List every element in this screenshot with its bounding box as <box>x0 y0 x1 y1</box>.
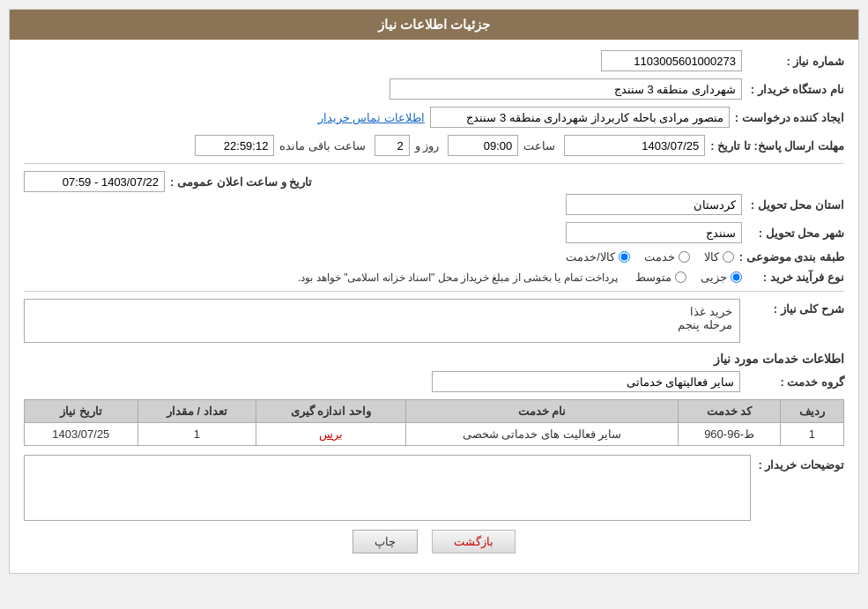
nooe-farayand-row: نوع فرآیند خرید : جزیی متوسط پرداخت تمام… <box>24 271 844 284</box>
shahr-label: شهر محل تحویل : <box>747 227 844 240</box>
sharh-koli-label: شرح کلی نیاز : <box>747 302 844 316</box>
shomara-niaz-input[interactable] <box>601 50 742 71</box>
col-radif: ردیف <box>780 400 843 423</box>
radio-jozvi-text: جزیی <box>701 271 727 284</box>
ettelaat-khadamat-title: اطلاعات خدمات مورد نیاز <box>24 352 844 366</box>
ijad-konande-label: ایجاد کننده درخواست : <box>735 111 844 124</box>
dastgah-label: نام دستگاه خریدار : <box>747 83 844 96</box>
col-naam: نام خدمت <box>405 400 678 423</box>
tabaqe-radio-group: کالا خدمت کالا/خدمت <box>566 250 734 264</box>
radio-kala-label[interactable]: کالا <box>704 250 734 264</box>
baqi-mande-label: ساعت باقی مانده <box>279 139 365 152</box>
tozihat-section: توضیحات خریدار : <box>24 455 844 521</box>
tarikh-saaat-label: تاریخ و ساعت اعلان عمومی : <box>170 175 312 189</box>
ostan-label: استان محل تحویل : <box>747 198 844 212</box>
mohlat-ersal-label: مهلت ارسال پاسخ: تا تاریخ : <box>710 139 844 152</box>
mohlat-date-input[interactable] <box>564 135 705 156</box>
radio-khedmat-label[interactable]: خدمت <box>644 250 690 264</box>
shomara-niaz-label: شماره نیاز : <box>747 55 844 68</box>
cell-tarikh: 1403/07/25 <box>25 423 138 446</box>
buttons-row: بازگشت چاپ <box>24 530 844 562</box>
tarikh-saaat-row: تاریخ و ساعت اعلان عمومی : document.curr… <box>24 171 844 192</box>
radio-kala-khedmat-text: کالا/خدمت <box>566 250 615 264</box>
saat-label: ساعت <box>523 139 555 152</box>
cell-kod: ط-96-960 <box>679 423 781 446</box>
radio-kala-khedmat[interactable] <box>619 251 630 263</box>
col-tarikh: تاریخ نیاز <box>25 400 138 423</box>
sharh-line1: خرید غذا <box>32 305 732 318</box>
col-tedad: تعداد / مقدار <box>137 400 256 423</box>
farayand-radio-group: جزیی متوسط پرداخت تمام یا بخشی از مبلغ خ… <box>298 271 742 284</box>
tabaqe-row: طبقه بندی موضوعی : کالا خدمت کالا/خدمت <box>24 250 844 264</box>
radio-khedmat-text: خدمت <box>644 250 675 264</box>
radio-kala[interactable] <box>723 251 734 263</box>
page-container: جزئیات اطلاعات نیاز شماره نیاز : documen… <box>0 0 868 609</box>
tozihat-box <box>24 455 751 521</box>
shahr-row: شهر محل تحویل : document.currentScript.p… <box>24 222 844 243</box>
roz-label: روز و <box>415 139 440 152</box>
col-vahed: واحد اندازه گیری <box>256 400 406 423</box>
cell-naam: سایر فعالیت های خدماتی شخصی <box>405 423 678 446</box>
mohlat-ersal-row: مهلت ارسال پاسخ: تا تاریخ : document.cur… <box>24 135 844 156</box>
shomara-niaz-row: شماره نیاز : document.currentScript.prev… <box>24 50 844 71</box>
separator-2 <box>24 291 844 292</box>
nooe-farayand-label: نوع فرآیند خرید : <box>747 271 844 284</box>
ettelaat-tamas-link[interactable]: اطلاعات تماس خریدار <box>318 111 425 124</box>
dastgah-input[interactable] <box>389 78 742 100</box>
main-card: جزئیات اطلاعات نیاز شماره نیاز : documen… <box>9 9 859 574</box>
baqi-mande-input[interactable] <box>195 135 274 156</box>
procurement-note: پرداخت تمام یا بخشی از مبلغ خریداز محل "… <box>298 271 618 284</box>
radio-khedmat[interactable] <box>679 251 690 263</box>
tabaqe-label: طبقه بندی موضوعی : <box>739 250 844 264</box>
table-header-row: ردیف کد خدمت نام خدمت واحد اندازه گیری ت… <box>25 400 844 423</box>
sharh-section-wrapper: شرح کلی نیاز : خرید غذا مرحله پنجم <box>24 299 844 343</box>
grooh-khadamat-label: گروه خدمت : <box>747 375 844 389</box>
grooh-khadamat-input[interactable] <box>432 371 740 392</box>
radio-motavaset[interactable] <box>675 271 686 283</box>
content-area: شماره نیاز : document.currentScript.prev… <box>10 40 858 573</box>
tozihat-label: توضیحات خریدار : <box>758 458 844 472</box>
radio-kala-text: کالا <box>704 250 719 264</box>
roz-input[interactable] <box>375 135 410 156</box>
sharh-koli-content: خرید غذا مرحله پنجم <box>24 299 740 343</box>
table-head: ردیف کد خدمت نام خدمت واحد اندازه گیری ت… <box>25 400 844 423</box>
shahr-input[interactable] <box>566 222 742 243</box>
saat-input[interactable] <box>448 135 518 156</box>
sharh-line2: مرحله پنجم <box>32 318 732 331</box>
radio-jozvi[interactable] <box>731 271 742 283</box>
ijad-konande-input[interactable] <box>430 107 730 128</box>
dastgah-row: نام دستگاه خریدار : document.currentScri… <box>24 78 844 100</box>
table-row: 1 ط-96-960 سایر فعالیت های خدماتی شخصی ب… <box>25 423 844 446</box>
cell-radif: 1 <box>780 423 843 446</box>
ostan-row: استان محل تحویل : document.currentScript… <box>24 194 844 215</box>
radio-motavaset-label[interactable]: متوسط <box>635 271 686 284</box>
table-body: 1 ط-96-960 سایر فعالیت های خدماتی شخصی ب… <box>25 423 844 446</box>
ijad-konande-row: ایجاد کننده درخواست : document.currentSc… <box>24 107 844 128</box>
ostan-input[interactable] <box>566 194 742 215</box>
page-header: جزئیات اطلاعات نیاز <box>10 10 858 40</box>
back-button[interactable]: بازگشت <box>432 530 516 553</box>
page-title: جزئیات اطلاعات نیاز <box>378 17 490 32</box>
col-kod: کد خدمت <box>679 400 781 423</box>
cell-vahed[interactable]: برس <box>256 423 406 446</box>
tozihat-textarea[interactable] <box>25 456 750 517</box>
radio-motavaset-text: متوسط <box>635 271 671 284</box>
radio-jozvi-label[interactable]: جزیی <box>701 271 742 284</box>
separator-1 <box>24 163 844 164</box>
tarikh-saaat-input[interactable] <box>24 171 165 192</box>
print-button[interactable]: چاپ <box>352 530 418 553</box>
cell-tedad: 1 <box>137 423 256 446</box>
grooh-khadamat-row: گروه خدمت : document.currentScript.previ… <box>24 371 844 392</box>
radio-kala-khedmat-label[interactable]: کالا/خدمت <box>566 250 630 264</box>
services-table: ردیف کد خدمت نام خدمت واحد اندازه گیری ت… <box>24 399 844 446</box>
